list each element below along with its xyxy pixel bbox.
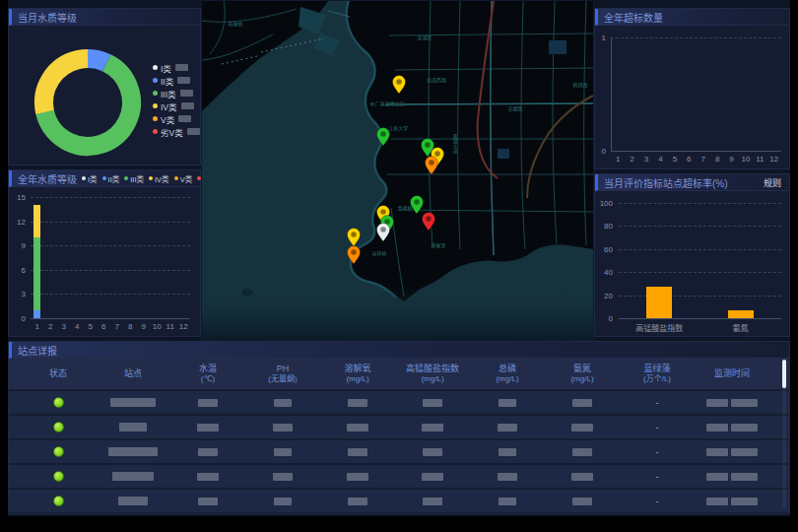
stacked-bar-segment-II类[interactable] xyxy=(33,310,40,318)
map-label: 高浪西路 xyxy=(427,76,446,83)
y-tick-label: 40 xyxy=(595,268,613,277)
redacted-value xyxy=(498,424,517,432)
rate-bar-2[interactable] xyxy=(728,310,754,318)
cell-algae: - xyxy=(620,398,695,408)
y-tick-label: 1 xyxy=(595,33,606,42)
legend-item[interactable]: IV类 xyxy=(149,172,169,184)
legend-dot-icon xyxy=(153,91,158,96)
redacted-value xyxy=(198,498,218,505)
redacted-value xyxy=(731,448,758,456)
gridline xyxy=(611,37,781,38)
y-tick-label: 0 xyxy=(595,314,613,323)
cell-value xyxy=(170,448,245,456)
panel-monthly-exceed-rate: 当月评价指标站点超标率(%) 规则 020406080100高锰酸盐指数氨氮 xyxy=(594,173,790,337)
x-tick-label: 12 xyxy=(179,322,188,331)
cell-algae: - xyxy=(620,472,695,482)
legend-dot-icon xyxy=(153,129,158,134)
legend-item[interactable]: I类 xyxy=(153,61,200,74)
gridline xyxy=(619,203,781,204)
x-tick-label: 8 xyxy=(715,155,719,164)
stacked-bar-segment-III类[interactable] xyxy=(33,237,40,310)
stacked-bar-segment-IV类[interactable] xyxy=(33,205,40,237)
cell-value xyxy=(245,399,320,407)
cell-value xyxy=(545,448,620,456)
redacted-value xyxy=(119,423,147,432)
y-tick-label: 20 xyxy=(595,292,613,300)
redacted-value xyxy=(498,473,517,481)
gridline xyxy=(31,270,190,271)
legend-item[interactable]: V类 xyxy=(174,172,193,184)
legend-label: 劣V类 xyxy=(161,126,183,138)
map-label: 薛家里 xyxy=(431,241,445,248)
cell-status xyxy=(21,446,96,457)
table-row[interactable]: - xyxy=(9,440,789,463)
cell-station xyxy=(96,423,170,432)
panel-title: 站点详报 xyxy=(12,343,57,358)
redacted-value xyxy=(118,497,148,505)
cell-time xyxy=(695,399,769,407)
redacted-value xyxy=(274,448,292,456)
legend-label: I类 xyxy=(88,173,98,184)
table-row[interactable]: - xyxy=(9,465,789,488)
redacted-value xyxy=(572,399,592,407)
x-tick-label: 6 xyxy=(101,322,105,331)
x-tick-label: 9 xyxy=(729,155,733,164)
panel-title-bar: 当月水质等级 xyxy=(9,9,200,26)
cell-value xyxy=(395,448,470,456)
cell-value xyxy=(245,498,320,505)
y-tick-label: 3 xyxy=(9,290,26,299)
redacted-value xyxy=(731,498,758,505)
legend-item[interactable]: I类 xyxy=(82,172,98,184)
table-row[interactable]: - xyxy=(9,391,789,414)
map-label: 蠡湖大道 xyxy=(452,134,459,154)
cell-time xyxy=(695,424,769,432)
y-tick-label: 0 xyxy=(595,147,606,156)
gridline xyxy=(31,197,190,198)
city-map[interactable]: 石塘桥滨湖区高浪西路长广溪湿地公园江南大学蠡湖大道吴都路机场路青祁桥薛家里吉祥桥 xyxy=(201,0,594,341)
panel-annual-exceed: 全年超标数量 01123456789101112 xyxy=(594,8,790,169)
cell-value xyxy=(170,498,245,505)
x-tick-label: 5 xyxy=(89,322,93,331)
scrollbar-thumb[interactable] xyxy=(782,360,786,388)
legend-item[interactable]: III类 xyxy=(153,87,200,100)
redacted-value xyxy=(706,498,728,505)
rate-bar-1[interactable] xyxy=(646,287,672,318)
table-row[interactable]: - xyxy=(9,416,789,438)
y-tick-label: 12 xyxy=(9,218,26,227)
column-header: 蓝绿藻(万个/L) xyxy=(620,364,695,384)
panel-title: 全年水质等级 xyxy=(12,171,77,186)
column-header: 高锰酸盐指数(mg/L) xyxy=(395,364,470,384)
legend-item[interactable]: III类 xyxy=(124,172,144,184)
cell-time xyxy=(695,448,769,456)
x-tick-label: 10 xyxy=(153,322,162,331)
x-tick-label: 6 xyxy=(687,155,691,164)
legend-label: V类 xyxy=(180,173,193,184)
table-scrollbar[interactable] xyxy=(782,360,786,508)
cell-value xyxy=(470,399,545,407)
legend-item[interactable]: II类 xyxy=(153,74,200,87)
panel-title: 全年超标数量 xyxy=(598,10,663,25)
panel-title-bar: 当月评价指标站点超标率(%) 规则 xyxy=(595,174,789,191)
map-label: 吴都路 xyxy=(507,104,522,111)
dashboard: 当月水质等级 I类II类III类IV类V类劣V类 全年水质等级 I类II类III… xyxy=(8,0,790,516)
x-tick-label: 1 xyxy=(35,322,39,331)
cell-value xyxy=(320,498,395,505)
legend-item[interactable]: IV类 xyxy=(153,100,200,112)
table-row[interactable]: - xyxy=(9,490,789,512)
redacted-value xyxy=(347,473,368,481)
rules-link[interactable]: 规则 xyxy=(764,176,781,189)
redacted-value xyxy=(731,424,758,432)
panel-station-table: 站点详报 状态站点水温(℃)PH(无量纲)溶解氧(mg/L)高锰酸盐指数(mg/… xyxy=(8,341,790,514)
legend-item[interactable]: 劣V类 xyxy=(153,125,200,138)
redacted-value xyxy=(706,399,728,407)
redacted-value xyxy=(423,399,442,407)
legend-item[interactable]: II类 xyxy=(102,172,120,184)
legend-dot-icon xyxy=(153,78,158,83)
y-tick-label: 15 xyxy=(9,193,26,202)
cell-value xyxy=(170,424,245,432)
cell-algae: - xyxy=(620,497,695,506)
redacted-value xyxy=(422,424,443,432)
legend-item[interactable]: V类 xyxy=(153,112,200,125)
x-tick-label: 7 xyxy=(700,155,704,164)
redacted-value xyxy=(499,399,516,407)
